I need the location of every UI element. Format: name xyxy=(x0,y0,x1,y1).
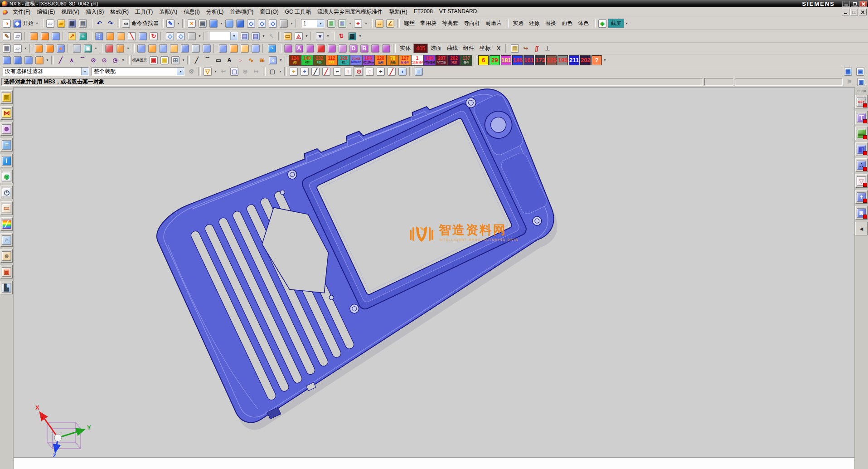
shell-button[interactable] xyxy=(158,43,169,54)
copy-feature-button[interactable]: ⊞ xyxy=(170,55,181,66)
group-unknown-dropdown[interactable]: ▾ xyxy=(602,55,607,65)
btn-wear-plate[interactable]: 耐磨片 xyxy=(483,19,504,28)
render-shaded-edges-button[interactable] xyxy=(224,18,235,29)
section-toggle-dropdown[interactable]: ▾ xyxy=(358,31,363,41)
menu-help[interactable]: 帮助(H) xyxy=(386,7,411,17)
graphics-window[interactable]: 智造资料网 INTELLIGENT MANUFACTURING DATA X Y xyxy=(14,87,854,457)
group-181[interactable]: 181 xyxy=(501,55,511,65)
start-dropdown[interactable]: ▾ xyxy=(34,19,39,29)
elbow-part-button[interactable]: ◙ xyxy=(855,206,868,220)
toolbar-grip[interactable] xyxy=(858,90,866,92)
swap-view-arrows-button[interactable]: ⇅ xyxy=(336,31,347,42)
swatch-secondary-dropdown[interactable]: ▾ xyxy=(197,31,202,41)
view-wireframe-1-button[interactable]: ◇ xyxy=(246,18,257,29)
system-scenes-tab-button[interactable]: ⌂ xyxy=(0,233,13,247)
restore-button[interactable] xyxy=(851,1,858,7)
open-file-button[interactable]: ▰ xyxy=(56,18,67,29)
cone-angle-dropdown[interactable]: ▾ xyxy=(304,31,309,41)
model-canvas[interactable] xyxy=(14,88,853,457)
mdi-minimize-button[interactable] xyxy=(842,9,849,15)
sketch-lasso-button[interactable]: ○ xyxy=(235,55,246,66)
snap-auto-orange-button[interactable]: + xyxy=(288,66,299,77)
sync-detail-button[interactable]: D xyxy=(348,43,359,54)
standard-part-diamond-button[interactable]: ◈ xyxy=(597,18,608,29)
selection-scope-combo-caret[interactable]: ▼ xyxy=(177,68,184,75)
arc-tool-button[interactable]: ⌒ xyxy=(77,55,88,66)
start-button[interactable]: ◆开始 xyxy=(12,18,34,29)
marquee-select-button[interactable]: ▢ xyxy=(267,66,278,77)
thread-button[interactable] xyxy=(179,43,190,54)
btn-screen-capture-dropdown[interactable]: ▾ xyxy=(624,19,629,29)
sketch-line-button[interactable]: ╱ xyxy=(191,55,202,66)
marquee-select-dropdown[interactable]: ▾ xyxy=(278,67,283,77)
menu-insert[interactable]: 插入(S) xyxy=(82,7,107,17)
snap-endpoint-button[interactable]: ╱ xyxy=(310,66,321,77)
boss-button[interactable] xyxy=(72,43,82,54)
menu-window[interactable]: 窗口(O) xyxy=(257,7,281,17)
general-selection-filter-button[interactable]: ▽ xyxy=(202,66,213,77)
sketch-extrude-dropdown[interactable]: ▾ xyxy=(278,55,283,65)
cylinder-button[interactable] xyxy=(39,31,50,42)
sync-group-button[interactable] xyxy=(370,43,381,54)
tile-windows-button[interactable]: ▦ xyxy=(843,66,853,77)
print-button[interactable]: ▤ xyxy=(78,18,88,29)
snap-auto-blue-button[interactable]: + xyxy=(299,66,310,77)
sketch-arc-button[interactable]: ⌒ xyxy=(202,55,213,66)
group-unknown[interactable]: ? xyxy=(592,55,602,65)
snap-face-button[interactable]: ◖ xyxy=(397,66,408,77)
hook-arrow-button[interactable]: ↪ xyxy=(520,43,531,54)
constraint-navigator-tab-button[interactable]: ⋈ xyxy=(0,106,13,120)
material-7crsi[interactable]: 7CrSiMnMoV xyxy=(350,55,362,66)
menu-gc-toolbox[interactable]: GC 工具箱 xyxy=(282,7,314,17)
snap-center-button[interactable]: ⊙ xyxy=(354,66,364,77)
layer-copy-b-dropdown[interactable]: ▾ xyxy=(261,31,266,41)
menu-assemblies[interactable]: 装配(A) xyxy=(156,7,180,17)
group-161[interactable]: 161 xyxy=(524,55,534,65)
measure-distance-button[interactable]: ↔ xyxy=(374,18,385,29)
pocket-dropdown[interactable]: ▾ xyxy=(93,44,98,54)
layer-settings-button[interactable]: ≣ xyxy=(326,18,337,29)
sync-pull-face-button[interactable]: A xyxy=(294,43,305,54)
group-211[interactable]: 211 xyxy=(569,55,579,65)
wcs-display-dropdown[interactable]: ▾ xyxy=(364,19,369,29)
format-painter-dropdown[interactable]: ▾ xyxy=(176,19,181,29)
menu-et2008[interactable]: ET2008 xyxy=(411,7,436,17)
btn-screw[interactable]: 螺丝 xyxy=(401,19,417,28)
window-monitor-button[interactable]: ▣ xyxy=(856,77,867,88)
mesh-surface-button[interactable] xyxy=(12,55,23,66)
export-sheet-button[interactable]: ▤ xyxy=(509,43,520,54)
btn-body-color[interactable]: 体色 xyxy=(575,19,592,28)
section-toggle-button[interactable]: ▦ xyxy=(347,31,358,42)
btn-curve[interactable]: 曲线 xyxy=(444,44,461,53)
copy-feature-dropdown[interactable]: ▾ xyxy=(181,55,186,65)
menu-vt-standard[interactable]: VT STANDARD xyxy=(436,7,480,17)
reuse-library-tab-button[interactable]: ≡ xyxy=(0,138,13,151)
general-selection-filter-dropdown[interactable]: ▾ xyxy=(213,67,218,77)
menu-preferences[interactable]: 首选项(P) xyxy=(227,7,257,17)
snap-point-on-curve-button[interactable]: ↑ xyxy=(343,66,354,77)
maximize-view-button[interactable]: ▣ xyxy=(855,66,866,77)
sketch-offset-button[interactable]: ≋ xyxy=(257,55,267,66)
sketch-button[interactable]: ✎ xyxy=(1,31,12,42)
btn-restore[interactable]: 还原 xyxy=(526,19,543,28)
material-137-zhujian[interactable]: 137铸件 xyxy=(460,55,472,66)
web-browser-tab-button[interactable]: ◉ xyxy=(0,170,13,183)
part-navigator-tab-button[interactable]: ⊛ xyxy=(0,122,13,136)
block-part-button[interactable]: ▬ xyxy=(855,127,868,140)
render-studio-button[interactable] xyxy=(235,18,246,29)
plate-part-button[interactable]: ∴ xyxy=(855,158,868,172)
render-shaded-dropdown[interactable]: ▾ xyxy=(219,19,224,29)
menu-format[interactable]: 格式(R) xyxy=(107,7,132,17)
assembly-navigator-tab-button[interactable]: ▣ xyxy=(0,90,13,104)
palette-tab-button[interactable]: ≔ xyxy=(0,201,13,215)
point-button[interactable]: + xyxy=(78,31,88,42)
sync-blend-button[interactable]: B xyxy=(359,43,370,54)
punch-part-button[interactable]: ▽ xyxy=(855,174,868,188)
view-cube-a-button[interactable]: ◇ xyxy=(165,31,175,42)
cone-angle-button[interactable]: ◬ xyxy=(293,31,304,42)
roles-tab-button[interactable]: ☻ xyxy=(0,249,13,263)
material-1-secondary[interactable]: 1二次标准件 xyxy=(411,55,423,66)
save-file-button[interactable]: ▦ xyxy=(67,18,78,29)
swatch-secondary-button[interactable] xyxy=(186,31,197,42)
shaft-part-button[interactable]: + xyxy=(855,190,868,204)
